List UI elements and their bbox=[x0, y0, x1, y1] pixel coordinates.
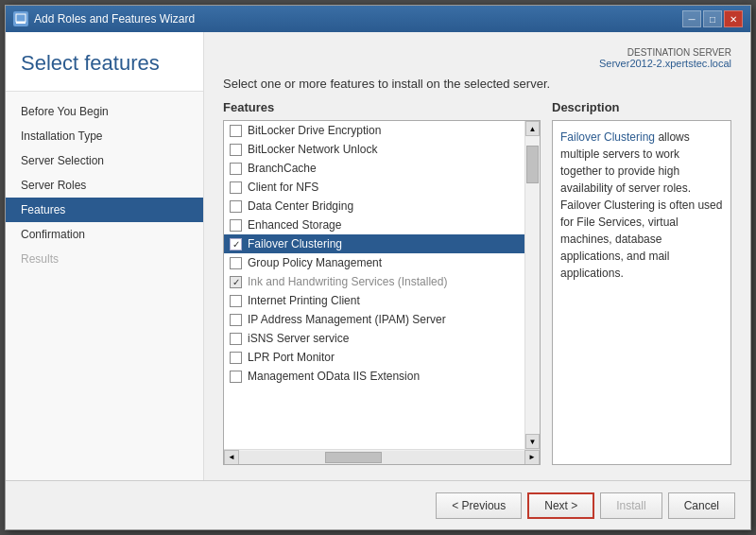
scroll-thumb-area bbox=[525, 136, 540, 434]
feature-label: Internet Printing Client bbox=[248, 294, 360, 307]
scroll-up-button[interactable]: ▲ bbox=[525, 121, 540, 136]
feature-label: Data Center Bridging bbox=[248, 199, 353, 213]
feature-label: BitLocker Network Unlock bbox=[248, 143, 377, 156]
feature-item[interactable]: Client for NFS bbox=[224, 178, 524, 197]
feature-label: BranchCache bbox=[248, 162, 317, 175]
feature-checkbox[interactable] bbox=[230, 219, 242, 232]
h-scroll-thumb[interactable] bbox=[325, 452, 382, 463]
description-text: allows multiple servers to work together… bbox=[560, 130, 722, 280]
feature-item[interactable]: iSNS Server service bbox=[224, 329, 524, 348]
features-description-row: Features BitLocker Drive EncryptionBitLo… bbox=[223, 100, 731, 465]
features-scroll[interactable]: BitLocker Drive EncryptionBitLocker Netw… bbox=[224, 121, 524, 449]
description-section: Description Failover Clustering allows m… bbox=[552, 100, 731, 465]
previous-button[interactable]: < Previous bbox=[436, 492, 522, 519]
feature-checkbox[interactable] bbox=[230, 257, 242, 269]
scroll-right-button[interactable]: ► bbox=[524, 450, 540, 465]
feature-label: Management OData IIS Extension bbox=[248, 370, 420, 383]
feature-checkbox[interactable] bbox=[230, 181, 242, 194]
feature-label: iSNS Server service bbox=[248, 332, 349, 345]
feature-checkbox[interactable] bbox=[230, 163, 242, 175]
destination-server: Server2012-2.xpertstec.local bbox=[223, 58, 731, 69]
description-box: Failover Clustering allows multiple serv… bbox=[552, 120, 731, 465]
feature-checkbox[interactable] bbox=[230, 125, 242, 137]
feature-item[interactable]: BitLocker Drive Encryption bbox=[224, 121, 524, 140]
bottom-bar: < Previous Next > Install Cancel bbox=[6, 480, 750, 529]
window-controls: ─ □ ✕ bbox=[682, 10, 743, 27]
nav-item-server-roles[interactable]: Server Roles bbox=[6, 173, 203, 198]
feature-label: Ink and Handwriting Services (Installed) bbox=[248, 275, 447, 288]
feature-item[interactable]: LPR Port Monitor bbox=[224, 348, 524, 367]
install-button[interactable]: Install bbox=[600, 492, 662, 519]
feature-checkbox[interactable] bbox=[230, 295, 242, 307]
features-list-container: BitLocker Drive EncryptionBitLocker Netw… bbox=[223, 120, 541, 465]
feature-checkbox[interactable] bbox=[230, 144, 242, 156]
feature-item[interactable]: Internet Printing Client bbox=[224, 291, 524, 310]
description-header: Description bbox=[552, 100, 731, 114]
h-scroll-track[interactable] bbox=[239, 451, 524, 464]
horizontal-scroll: ◄ ► bbox=[224, 449, 540, 464]
feature-label: Group Policy Management bbox=[248, 256, 382, 269]
features-list-inner: BitLocker Drive EncryptionBitLocker Netw… bbox=[224, 121, 540, 449]
destination-info: DESTINATION SERVER Server2012-2.xpertste… bbox=[223, 47, 731, 69]
nav-item-features[interactable]: Features bbox=[6, 198, 203, 222]
nav-items: Before You Begin Installation Type Serve… bbox=[6, 92, 203, 279]
feature-checkbox[interactable] bbox=[230, 352, 242, 364]
nav-item-results: Results bbox=[6, 247, 203, 271]
feature-checkbox[interactable] bbox=[230, 333, 242, 345]
nav-item-installation-type[interactable]: Installation Type bbox=[6, 124, 203, 148]
content-area: Select features Before You Begin Install… bbox=[6, 32, 750, 480]
wizard-window: Add Roles and Features Wizard ─ □ ✕ Sele… bbox=[5, 5, 751, 530]
feature-checkbox[interactable]: ✓ bbox=[230, 276, 242, 288]
instruction-text: Select one or more features to install o… bbox=[223, 77, 731, 91]
features-section: Features BitLocker Drive EncryptionBitLo… bbox=[223, 100, 541, 465]
feature-item[interactable]: ✓Failover Clustering bbox=[224, 234, 524, 253]
features-header: Features bbox=[223, 100, 541, 114]
title-bar-left: Add Roles and Features Wizard bbox=[13, 11, 195, 26]
page-title: Select features bbox=[21, 51, 188, 76]
svg-rect-1 bbox=[16, 22, 26, 24]
feature-label: Failover Clustering bbox=[248, 237, 342, 250]
feature-item[interactable]: BitLocker Network Unlock bbox=[224, 140, 524, 159]
next-button[interactable]: Next > bbox=[527, 492, 594, 519]
feature-item[interactable]: Management OData IIS Extension bbox=[224, 367, 524, 386]
window-title: Add Roles and Features Wizard bbox=[34, 12, 195, 26]
feature-label: Client for NFS bbox=[248, 181, 318, 194]
title-bar: Add Roles and Features Wizard ─ □ ✕ bbox=[6, 6, 750, 32]
feature-checkbox[interactable]: ✓ bbox=[230, 238, 242, 250]
svg-rect-0 bbox=[16, 14, 26, 22]
minimize-button[interactable]: ─ bbox=[682, 10, 701, 27]
main-panel: DESTINATION SERVER Server2012-2.xpertste… bbox=[204, 32, 750, 480]
page-title-section: Select features bbox=[6, 32, 203, 92]
feature-item[interactable]: IP Address Management (IPAM) Server bbox=[224, 310, 524, 329]
restore-button[interactable]: □ bbox=[703, 10, 722, 27]
scroll-down-button[interactable]: ▼ bbox=[525, 434, 540, 449]
feature-item[interactable]: BranchCache bbox=[224, 159, 524, 178]
nav-item-server-selection[interactable]: Server Selection bbox=[6, 148, 203, 173]
nav-item-before-you-begin[interactable]: Before You Begin bbox=[6, 99, 203, 124]
feature-item[interactable]: ✓Ink and Handwriting Services (Installed… bbox=[224, 272, 524, 291]
feature-item[interactable]: Group Policy Management bbox=[224, 253, 524, 272]
feature-label: Enhanced Storage bbox=[248, 218, 341, 232]
feature-label: IP Address Management (IPAM) Server bbox=[248, 313, 446, 326]
scroll-track[interactable]: ▲ ▼ bbox=[524, 121, 540, 449]
feature-label: BitLocker Drive Encryption bbox=[248, 124, 381, 137]
scroll-left-button[interactable]: ◄ bbox=[224, 450, 239, 465]
close-button[interactable]: ✕ bbox=[724, 10, 743, 27]
feature-checkbox[interactable] bbox=[230, 200, 242, 213]
destination-label: DESTINATION SERVER bbox=[223, 47, 731, 58]
nav-item-confirmation[interactable]: Confirmation bbox=[6, 222, 203, 247]
description-link[interactable]: Failover Clustering bbox=[560, 130, 655, 144]
feature-item[interactable]: Data Center Bridging bbox=[224, 197, 524, 216]
cancel-button[interactable]: Cancel bbox=[668, 492, 735, 519]
feature-label: LPR Port Monitor bbox=[248, 351, 335, 364]
left-panel: Select features Before You Begin Install… bbox=[6, 32, 204, 480]
feature-checkbox[interactable] bbox=[230, 371, 242, 383]
feature-checkbox[interactable] bbox=[230, 314, 242, 326]
scroll-thumb[interactable] bbox=[526, 146, 539, 183]
app-icon bbox=[13, 11, 28, 26]
feature-item[interactable]: Enhanced Storage bbox=[224, 216, 524, 234]
